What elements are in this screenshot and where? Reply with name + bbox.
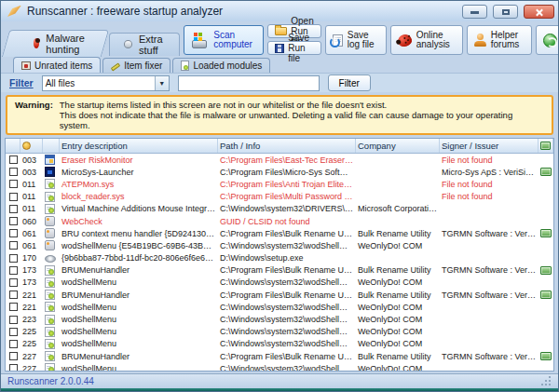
row-checkbox[interactable] bbox=[9, 241, 18, 250]
table-row[interactable]: 011 block_reader.sys C:\Program Files\Mu… bbox=[6, 191, 553, 203]
row-checkbox[interactable] bbox=[9, 316, 18, 324]
table-row[interactable]: 003 MicroSys-Launcher C:\Program Files\M… bbox=[6, 166, 553, 178]
app-icon bbox=[7, 6, 21, 18]
subtab-loaded-modules[interactable]: Loaded modules bbox=[172, 58, 270, 73]
table-row[interactable]: 223 wodShellMenu C:\Windows\system32\wod… bbox=[6, 313, 553, 325]
entry-company: WeOnlyDo! COM bbox=[356, 303, 440, 312]
row-number: 061 bbox=[20, 241, 43, 250]
tab-malware-hunting[interactable]: Malware hunting bbox=[6, 30, 105, 57]
table-row[interactable]: 173 BRUMenuHandler C:\Program Files\Bulk… bbox=[6, 264, 553, 277]
online-analysis-button[interactable]: Online analysis bbox=[390, 25, 463, 55]
person-icon bbox=[474, 34, 486, 47]
entry-path: C:\Program Files\Multi Password Recovery… bbox=[218, 192, 356, 201]
filter-button[interactable]: Filter bbox=[328, 74, 371, 91]
row-checkbox[interactable] bbox=[9, 328, 18, 336]
entry-path: C:\Program Files\East-Tec Eraser 2010\La… bbox=[218, 155, 356, 165]
startup-items-table: Entry description Path / Info Company Si… bbox=[5, 138, 554, 372]
row-checkbox[interactable] bbox=[9, 340, 18, 348]
titlebar[interactable]: Runscanner : freeware startup analyzer bbox=[1, 1, 558, 21]
entry-type-icon bbox=[45, 265, 55, 276]
tab-extra-stuff[interactable]: Extra stuff bbox=[109, 33, 181, 56]
helper-forums-button[interactable]: Helper forums bbox=[467, 25, 532, 55]
table-row[interactable]: 225 wodShellMenu C:\Windows\system32\wod… bbox=[6, 326, 553, 338]
entry-type-icon bbox=[45, 255, 56, 263]
header-company[interactable]: Company bbox=[356, 139, 440, 153]
table-row[interactable]: 221 wodShellMenu C:\Windows\system32\wod… bbox=[6, 301, 553, 313]
table-row[interactable]: 221 BRUMenuHandler C:\Program Files\Bulk… bbox=[6, 289, 553, 301]
entry-description: wodShellMenu bbox=[60, 303, 218, 312]
table-row[interactable]: 060 WebCheck GUID / CLSID not found bbox=[6, 215, 553, 227]
header-signer-issuer[interactable]: Signer / Issuer bbox=[440, 139, 539, 153]
row-number: 170 bbox=[20, 253, 43, 263]
table-row[interactable]: 225 wodShellMenu C:\Windows\system32\wod… bbox=[6, 338, 553, 350]
entry-path: C:\Windows\system32\wodShellMenu.dll bbox=[218, 327, 356, 336]
entry-description: MicroSys-Launcher bbox=[60, 168, 218, 177]
row-checkbox[interactable] bbox=[9, 254, 18, 263]
row-number: 011 bbox=[20, 192, 43, 201]
tab-label: Malware hunting bbox=[46, 33, 89, 55]
table-row[interactable]: 173 wodShellMenu C:\Windows\system32\wod… bbox=[6, 277, 553, 289]
filter-query-input[interactable] bbox=[178, 75, 320, 91]
floppy-icon bbox=[275, 44, 284, 53]
table-row[interactable]: 170 {9b6bba87-7bbd-11df-bc20-806e6f6e696… bbox=[6, 252, 553, 264]
entry-path: C:\Windows\system32\wodShellMenu.dll bbox=[218, 364, 356, 371]
resize-grip[interactable] bbox=[541, 376, 552, 386]
entry-path: C:\Windows\system32\DRIVERS\msvmmo... bbox=[218, 204, 356, 213]
row-checkbox[interactable] bbox=[9, 205, 18, 213]
run-file-buttons: Open Run file Save Run file bbox=[267, 24, 320, 55]
row-checkbox[interactable] bbox=[9, 193, 18, 201]
entry-company: Bulk Rename Utility bbox=[356, 229, 440, 238]
row-number: 225 bbox=[20, 327, 43, 336]
minimize-button[interactable] bbox=[462, 5, 487, 19]
row-checkbox[interactable] bbox=[9, 229, 18, 237]
row-checkbox[interactable] bbox=[9, 266, 18, 275]
entry-type-icon bbox=[45, 204, 55, 214]
header-certificate-column[interactable] bbox=[539, 139, 553, 153]
filter-bar: Filter All files ▼ Filter bbox=[1, 73, 558, 92]
table-row[interactable]: 003 Eraser RiskMonitor C:\Program Files\… bbox=[6, 154, 553, 166]
scan-computer-button[interactable]: Scan computer bbox=[184, 25, 264, 55]
table-row[interactable]: 011 ATEPMon.sys C:\Program Files\Anti Tr… bbox=[6, 178, 553, 190]
bug-icon bbox=[34, 38, 39, 48]
row-checkbox[interactable] bbox=[9, 168, 18, 176]
row-checkbox[interactable] bbox=[9, 278, 18, 287]
entry-type-icon bbox=[45, 192, 55, 202]
table-row[interactable]: 227 wodShellMenu C:\Windows\system32\wod… bbox=[6, 362, 553, 371]
row-checkbox[interactable] bbox=[9, 180, 18, 188]
header-entry-description[interactable]: Entry description bbox=[60, 139, 218, 153]
table-row[interactable]: 061 wodShellMenu {E54B19BC-69B6-43B2-A1.… bbox=[6, 239, 553, 251]
toolbar: Malware hunting Extra stuff Scan compute… bbox=[1, 21, 558, 57]
update-check-button[interactable]: Update check bbox=[536, 25, 559, 55]
row-number: 225 bbox=[20, 339, 43, 348]
row-number: 221 bbox=[20, 303, 43, 312]
entry-signer: File not found bbox=[440, 155, 539, 165]
subtab-item-fixer[interactable]: Item fixer bbox=[102, 58, 170, 73]
filter-type-select[interactable]: All files ▼ bbox=[42, 75, 170, 91]
header-icon-column[interactable] bbox=[43, 139, 60, 153]
save-log-file-button[interactable]: Save log file bbox=[325, 25, 387, 55]
row-number: 060 bbox=[20, 217, 43, 226]
row-checkbox[interactable] bbox=[9, 291, 18, 299]
entry-type-icon bbox=[45, 315, 55, 325]
log-file-icon bbox=[333, 34, 343, 47]
subtab-unrated-items[interactable]: Unrated items bbox=[13, 57, 101, 73]
table-row[interactable]: 061 BRU context menu handler {5D924130-4… bbox=[6, 227, 553, 239]
row-checkbox[interactable] bbox=[9, 155, 18, 164]
row-checkbox[interactable] bbox=[9, 303, 18, 311]
row-checkbox[interactable] bbox=[9, 364, 18, 371]
save-run-file-button[interactable]: Save Run file bbox=[267, 41, 320, 55]
table-row[interactable]: 227 BRUMenuHandler C:\Program Files\Bulk… bbox=[6, 350, 553, 362]
close-button[interactable] bbox=[524, 5, 554, 19]
table-row[interactable]: 011 Virtual Machine Additions Mouse Inte… bbox=[6, 203, 553, 215]
row-checkbox[interactable] bbox=[9, 217, 18, 225]
header-rating-column[interactable] bbox=[20, 139, 43, 153]
maximize-button[interactable] bbox=[493, 5, 518, 19]
certificate-icon bbox=[540, 266, 552, 275]
certificate-icon bbox=[540, 168, 552, 176]
row-checkbox[interactable] bbox=[9, 352, 18, 360]
entry-signer: Micro-Sys ApS : VeriSign Time S... bbox=[440, 168, 539, 177]
header-checkbox-column[interactable] bbox=[6, 139, 20, 153]
maximize-icon bbox=[502, 9, 510, 15]
header-path-info[interactable]: Path / Info bbox=[218, 139, 356, 153]
entry-description: BRUMenuHandler bbox=[60, 352, 218, 361]
